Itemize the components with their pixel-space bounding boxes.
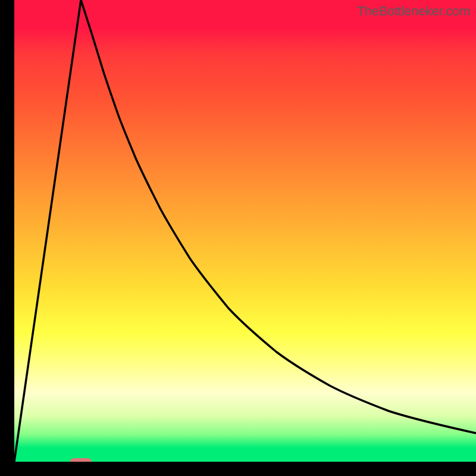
chart-curve bbox=[14, 0, 476, 462]
chart-area bbox=[14, 0, 476, 462]
watermark-text: TheBottleneker.com bbox=[357, 4, 470, 19]
bottom-border bbox=[0, 462, 476, 476]
left-border bbox=[0, 0, 14, 476]
